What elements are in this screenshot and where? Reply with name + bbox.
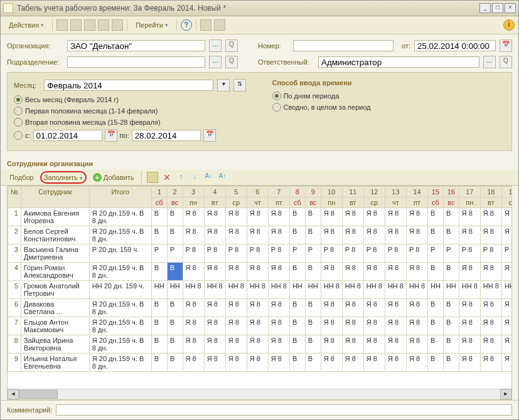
cell-day[interactable]: Р 8 — [501, 244, 511, 263]
close-button[interactable]: × — [505, 3, 516, 13]
date-from-input[interactable] — [33, 130, 102, 141]
cell-day[interactable]: В — [167, 226, 183, 244]
cell-day[interactable]: Я 8 — [459, 299, 480, 317]
cell-day[interactable]: Я 8 — [204, 208, 225, 226]
cell-day[interactable]: В — [289, 299, 305, 317]
cell-day[interactable]: Я 8 — [204, 226, 225, 244]
cell-day[interactable]: Я 8 — [385, 299, 406, 317]
cell-day[interactable]: Я 8 — [183, 317, 204, 335]
cell-day[interactable]: Я 8 — [459, 335, 480, 354]
cell-day[interactable]: НН 8 — [501, 281, 511, 299]
cell-day[interactable]: Я 8 — [480, 263, 501, 281]
post-icon[interactable] — [98, 19, 109, 31]
cell-day[interactable]: НН 8 — [225, 281, 247, 299]
cell-day[interactable]: Я 8 — [268, 299, 289, 317]
cell-day[interactable]: Я 8 — [406, 263, 427, 281]
cell-day[interactable]: Я 8 — [363, 226, 385, 244]
cell-day[interactable]: Я 8 — [321, 263, 342, 281]
actions-menu[interactable]: Действия ▾ — [4, 19, 48, 31]
cell-day[interactable]: В — [151, 208, 167, 226]
table-row[interactable]: 4Горин Роман АлександровичЯ 20 дн.159 ч.… — [8, 263, 512, 281]
calendar-icon[interactable]: 📅 — [105, 129, 117, 142]
cell-day[interactable]: НН — [428, 281, 444, 299]
cell-day[interactable]: Р 8 — [204, 244, 225, 263]
cell-day[interactable]: Я 8 — [268, 335, 289, 354]
cell-day[interactable]: В — [151, 317, 167, 335]
cell-day[interactable]: Я 8 — [268, 354, 289, 372]
timesheet-table[interactable]: №СотрудникИтого1234567891011121314151617… — [8, 186, 511, 372]
cell-day[interactable]: В — [443, 317, 459, 335]
date-to-input[interactable] — [132, 130, 201, 141]
cell-day[interactable]: НН 8 — [385, 281, 406, 299]
cell-day[interactable]: Я 8 — [268, 226, 289, 244]
cell-day[interactable]: Я 8 — [225, 317, 247, 335]
cell-day[interactable]: Я 8 — [204, 317, 225, 335]
cell-day[interactable]: В — [443, 299, 459, 317]
cell-day[interactable]: НН 8 — [406, 281, 427, 299]
cell-day[interactable]: Я 8 — [363, 208, 385, 226]
cell-day[interactable]: Я 8 — [480, 299, 501, 317]
resp-select-button[interactable]: … — [483, 56, 496, 68]
org-select-button[interactable]: … — [209, 39, 222, 52]
cell-day[interactable]: Я 8 — [204, 335, 225, 354]
table-row[interactable]: 8Зайцева Ирина ВикторовнаЯ 20 дн.159 ч. … — [8, 335, 512, 354]
radio-summary[interactable]: Сводно, в целом за период — [272, 103, 506, 112]
cell-day[interactable]: Р 8 — [385, 244, 406, 263]
cell-day[interactable]: Р — [443, 244, 459, 263]
cell-day[interactable]: Я 8 — [480, 335, 501, 354]
cell-day[interactable]: Р 8 — [183, 244, 204, 263]
radio-custom-range[interactable]: с: 📅 по: 📅 — [14, 129, 247, 142]
cell-day[interactable]: Я 8 — [268, 317, 289, 335]
cell-day[interactable]: В — [289, 208, 305, 226]
cell-day[interactable]: Я 8 — [225, 226, 247, 244]
cell-day[interactable]: Я 8 — [480, 208, 501, 226]
cell-day[interactable]: Я 8 — [204, 354, 225, 372]
add-button[interactable]: +Добавить — [90, 172, 137, 183]
cell-day[interactable]: Я 8 — [321, 335, 342, 354]
cell-day[interactable]: В — [305, 263, 321, 281]
cell-day[interactable]: Я 8 — [480, 226, 501, 244]
cell-day[interactable]: В — [443, 226, 459, 244]
cell-day[interactable]: Я 8 — [321, 226, 342, 244]
up-icon[interactable]: ↑ — [176, 172, 186, 182]
cell-day[interactable]: Я 8 — [321, 354, 342, 372]
cell-day[interactable]: В — [428, 335, 444, 354]
cell-day[interactable]: Я 8 — [501, 335, 511, 354]
down-icon[interactable]: ↓ — [190, 172, 200, 182]
cell-day[interactable]: Я 8 — [225, 354, 247, 372]
info-icon[interactable]: i — [503, 19, 515, 31]
cell-day[interactable]: В — [305, 299, 321, 317]
save-icon[interactable] — [56, 19, 68, 31]
cell-day[interactable]: Я 8 — [459, 263, 480, 281]
maximize-button[interactable]: □ — [492, 3, 503, 13]
horizontal-scrollbar[interactable]: ◄ ► — [8, 389, 511, 399]
cell-day[interactable]: НН 8 — [342, 281, 363, 299]
fill-button[interactable]: Заполнить ▾ — [40, 171, 87, 184]
cell-day[interactable]: Я 8 — [247, 299, 268, 317]
cell-day[interactable]: В — [151, 354, 167, 372]
cell-day[interactable]: В — [167, 263, 183, 281]
cell-day[interactable]: Я 8 — [342, 226, 363, 244]
settings-icon[interactable] — [214, 19, 225, 31]
table-row[interactable]: 2Белов Сергей КонстантиновичЯ 20 дн.159 … — [8, 226, 512, 244]
radio-first-half[interactable]: Первая половина месяца (1-14 февраля) — [14, 107, 247, 115]
cell-day[interactable]: В — [289, 317, 305, 335]
cell-day[interactable]: В — [443, 354, 459, 372]
cell-day[interactable]: Я 8 — [480, 317, 501, 335]
cell-day[interactable]: НН 8 — [268, 281, 289, 299]
cell-day[interactable]: Р — [289, 244, 305, 263]
cell-day[interactable]: Я 8 — [321, 299, 342, 317]
cell-day[interactable]: НН — [167, 281, 183, 299]
cell-day[interactable]: Я 8 — [342, 354, 363, 372]
cell-day[interactable]: Я 8 — [385, 335, 406, 354]
cell-day[interactable]: Я 8 — [501, 354, 511, 372]
cell-day[interactable]: Я 8 — [363, 299, 385, 317]
cell-day[interactable]: Я 8 — [501, 263, 511, 281]
cell-day[interactable]: Я 8 — [268, 263, 289, 281]
cell-day[interactable]: НН — [305, 281, 321, 299]
cell-day[interactable]: Я 8 — [225, 208, 247, 226]
calendar-icon[interactable]: 📅 — [203, 129, 216, 142]
cell-day[interactable]: Я 8 — [183, 226, 204, 244]
cell-day[interactable]: Я 8 — [406, 317, 427, 335]
cell-day[interactable]: Я 8 — [247, 317, 268, 335]
